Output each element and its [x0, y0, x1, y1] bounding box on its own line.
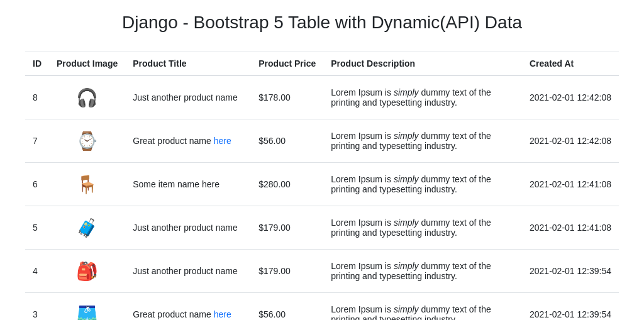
description-emphasis: simply: [394, 261, 419, 271]
cell-id: 8: [25, 75, 49, 119]
cell-price: $179.00: [251, 250, 323, 293]
table-row: 6🪑Some item name here$280.00Lorem Ipsum …: [25, 163, 619, 206]
col-header-created: Created At: [522, 52, 619, 76]
cell-title: Great product name here: [125, 293, 251, 321]
cell-title: Just another product name: [125, 206, 251, 250]
cell-created-at: 2021-02-01 12:41:08: [522, 206, 619, 250]
cell-price: $178.00: [251, 75, 323, 119]
cell-title: Some item name here: [125, 163, 251, 206]
product-image-icon: 🪑: [72, 169, 103, 199]
table-row: 3🩳Great product name here$56.00Lorem Ips…: [25, 293, 619, 321]
cell-title: Great product name here: [125, 119, 251, 163]
cell-id: 4: [25, 250, 49, 293]
description-emphasis: simply: [394, 304, 419, 314]
table-row: 8🎧Just another product name$178.00Lorem …: [25, 75, 619, 119]
cell-description: Lorem Ipsum is simply dummy text of the …: [323, 293, 522, 321]
cell-image: 🎒: [49, 250, 125, 293]
product-title-text: Great product name: [133, 309, 213, 319]
cell-description: Lorem Ipsum is simply dummy text of the …: [323, 119, 522, 163]
product-image-icon: ⌚: [72, 126, 103, 156]
table-row: 7⌚Great product name here$56.00Lorem Ips…: [25, 119, 619, 163]
product-image-icon: 🧳: [72, 212, 103, 243]
cell-image: 🩳: [49, 293, 125, 321]
cell-id: 3: [25, 293, 49, 321]
table-header-row: ID Product Image Product Title Product P…: [25, 52, 619, 76]
cell-description: Lorem Ipsum is simply dummy text of the …: [323, 75, 522, 119]
cell-price: $56.00: [251, 293, 323, 321]
table-row: 4🎒Just another product name$179.00Lorem …: [25, 250, 619, 293]
cell-id: 7: [25, 119, 49, 163]
cell-image: ⌚: [49, 119, 125, 163]
cell-id: 6: [25, 163, 49, 206]
col-header-image: Product Image: [49, 52, 125, 76]
product-title-link[interactable]: here: [214, 309, 231, 319]
page-title: Django - Bootstrap 5 Table with Dynamic(…: [25, 13, 619, 33]
cell-description: Lorem Ipsum is simply dummy text of the …: [323, 163, 522, 206]
col-header-title: Product Title: [125, 52, 251, 76]
col-header-description: Product Description: [323, 52, 522, 76]
cell-description: Lorem Ipsum is simply dummy text of the …: [323, 206, 522, 250]
product-image-icon: 🎧: [72, 82, 103, 113]
description-emphasis: simply: [394, 218, 419, 228]
cell-image: 🎧: [49, 75, 125, 119]
cell-id: 5: [25, 206, 49, 250]
cell-created-at: 2021-02-01 12:42:08: [522, 75, 619, 119]
col-header-id: ID: [25, 52, 49, 76]
product-image-icon: 🎒: [72, 256, 103, 286]
description-emphasis: simply: [394, 87, 419, 97]
cell-created-at: 2021-02-01 12:42:08: [522, 119, 619, 163]
products-table: ID Product Image Product Title Product P…: [25, 52, 619, 320]
cell-description: Lorem Ipsum is simply dummy text of the …: [323, 250, 522, 293]
cell-created-at: 2021-02-01 12:41:08: [522, 163, 619, 206]
cell-image: 🪑: [49, 163, 125, 206]
cell-image: 🧳: [49, 206, 125, 250]
table-row: 5🧳Just another product name$179.00Lorem …: [25, 206, 619, 250]
product-title-text: Great product name: [133, 136, 213, 146]
col-header-price: Product Price: [251, 52, 323, 76]
cell-title: Just another product name: [125, 250, 251, 293]
description-emphasis: simply: [394, 131, 419, 141]
description-emphasis: simply: [394, 174, 419, 184]
cell-price: $56.00: [251, 119, 323, 163]
cell-price: $280.00: [251, 163, 323, 206]
cell-created-at: 2021-02-01 12:39:54: [522, 293, 619, 321]
cell-created-at: 2021-02-01 12:39:54: [522, 250, 619, 293]
cell-price: $179.00: [251, 206, 323, 250]
cell-title: Just another product name: [125, 75, 251, 119]
product-image-icon: 🩳: [72, 299, 103, 320]
product-title-link[interactable]: here: [214, 136, 231, 146]
